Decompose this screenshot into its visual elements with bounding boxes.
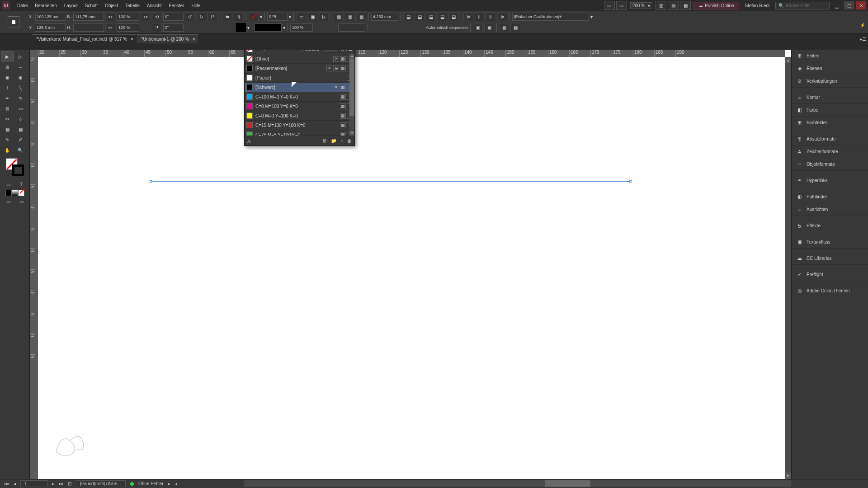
panel-objektformate[interactable]: □Objektformate (792, 158, 868, 171)
blank-field[interactable] (338, 23, 365, 32)
new-group-icon[interactable]: ⊞ (323, 138, 326, 143)
rotate-ccw-icon[interactable]: ↺ (185, 12, 195, 21)
dropdown-icon[interactable]: ▾ (283, 25, 285, 30)
corner-icon[interactable]: ⬓ (403, 12, 413, 21)
fill-swatch[interactable] (249, 12, 259, 21)
link-icon[interactable]: ⚯ (105, 23, 115, 32)
page-area[interactable] (38, 57, 785, 479)
eyedropper-tool[interactable]: ✐ (14, 135, 27, 145)
swatch-row[interactable]: C=100 M=0 Y=0 K=0▦▪ (245, 92, 354, 102)
scroll-down-icon[interactable]: ▾ (785, 473, 791, 479)
line-tool[interactable]: ╲ (14, 83, 27, 93)
num-field[interactable]: 4,233 mm (371, 13, 398, 21)
wrap-icon-3[interactable]: ▦ (356, 12, 366, 21)
line-handle-end[interactable] (629, 180, 632, 183)
menu-icon[interactable]: ▸☰ (860, 37, 866, 42)
publish-online-button[interactable]: ☁Publish Online (693, 2, 739, 9)
swatch-row[interactable]: C=75 M=5 Y=100 K=0▦▪ (245, 130, 354, 136)
link-icon-2[interactable]: ⚯ (141, 12, 151, 21)
panel-farbfelder[interactable]: ⊞Farbfelder (792, 117, 868, 129)
char-icon[interactable]: P (208, 12, 217, 21)
apply-color[interactable] (5, 190, 12, 196)
frame-icon-2[interactable]: ▭ (616, 1, 627, 10)
vertical-scrollbar[interactable]: ▴ ▾ (785, 57, 791, 479)
autofit-label[interactable]: Automatisch einpassen (426, 25, 468, 30)
menu-schrift[interactable]: Schrift (81, 1, 101, 10)
scale-y-field[interactable]: 100 % (117, 23, 139, 32)
menu-tabelle[interactable]: Tabelle (122, 1, 143, 10)
menu-datei[interactable]: Datei (14, 1, 31, 10)
content-tool2[interactable]: ◉ (14, 72, 27, 82)
fit-icon[interactable]: ▣ (473, 23, 483, 32)
open-icon[interactable]: ⊡ (68, 481, 71, 486)
panel-seiten[interactable]: ⊞Seiten (792, 50, 868, 62)
profile-field[interactable]: [Grundprofil] (Arbe... (76, 480, 126, 487)
swatch-row[interactable]: [Passermarken]✕⊕▦▪ (245, 64, 354, 73)
prev-page-icon[interactable]: ◂ (14, 481, 16, 486)
fill-proxy-icon[interactable] (246, 50, 253, 52)
apply-gradient[interactable] (12, 190, 18, 196)
align-icon4[interactable]: ⊫ (497, 12, 507, 21)
stroke-field[interactable]: 0 Pt (267, 13, 288, 21)
align-icon3[interactable]: ⊪ (486, 12, 496, 21)
rect-tool[interactable]: ▭ (14, 103, 27, 113)
opt-icon-2[interactable]: ▣ (307, 12, 317, 21)
text-proxy-icon[interactable]: T (264, 50, 266, 52)
delete-swatch-icon[interactable]: 🗑 (347, 138, 352, 143)
swatch-row[interactable]: C=0 M=0 Y=100 K=0▦▪ (245, 111, 354, 121)
scissors-tool[interactable]: ✂ (1, 114, 14, 124)
panel-menu-icon[interactable]: ▸☰ (346, 50, 353, 52)
scale-x-field[interactable]: 100 % (117, 13, 139, 21)
selection-tool[interactable]: ▶ (1, 52, 14, 61)
scroll-thumb[interactable] (349, 59, 354, 116)
transform-tool[interactable]: ⊹ (14, 114, 27, 124)
arrange-icon-3[interactable]: ▦ (680, 1, 691, 10)
tab-close-icon[interactable]: ✕ (130, 37, 134, 42)
content-tool[interactable]: ◉ (1, 72, 14, 82)
scroll-down-icon[interactable]: ▾ (349, 131, 354, 136)
gradient-tool[interactable]: ▦ (1, 124, 14, 134)
wrap-icon[interactable]: ▦ (334, 12, 344, 21)
align-icon[interactable]: ⊫ (463, 12, 473, 21)
ruler-origin[interactable] (30, 50, 38, 57)
rotate-cw-icon[interactable]: ↻ (196, 12, 206, 21)
scroll-up-icon[interactable]: ▴ (349, 54, 354, 59)
link-icon[interactable]: ⚯ (105, 12, 115, 21)
fx-icon[interactable]: fx (319, 12, 329, 21)
vertical-ruler[interactable]: 505050505050505 (30, 57, 38, 479)
flip-h-icon[interactable]: ⇋ (222, 12, 232, 21)
menu-hilfe[interactable]: Hilfe (188, 1, 204, 10)
view-mode2[interactable]: ▭ (15, 197, 28, 206)
canvas[interactable]: 2025303540455055606590951001051101151201… (30, 50, 791, 479)
shear-field[interactable]: 0° (163, 23, 184, 32)
page-field[interactable]: 1 (20, 480, 47, 487)
menu-fenster[interactable]: Fenster (165, 1, 188, 10)
menu-layout[interactable]: Layout (61, 1, 81, 10)
menu-bearbeiten[interactable]: Bearbeiten (31, 1, 60, 10)
logo-graphic[interactable] (47, 425, 92, 461)
line-handle-start[interactable] (150, 180, 152, 183)
direct-selection-tool[interactable]: ▷ (14, 52, 27, 61)
opt-icon[interactable]: ▭ (296, 12, 306, 21)
swatch-scrollbar[interactable]: ▴ ▾ (349, 54, 354, 136)
document-tab[interactable]: *Visitenkarte Muhsal_Final_rot.indd @ 31… (32, 34, 136, 43)
type-tool[interactable]: T (1, 83, 14, 93)
frame-icon[interactable]: ▭ (604, 1, 615, 10)
tint-field[interactable] (323, 50, 339, 52)
panel-verknüpfungen[interactable]: ⊘Verknüpfungen (792, 75, 868, 88)
prev-icon[interactable]: ◂ (175, 481, 177, 486)
scroll-up-icon[interactable]: ▴ (785, 57, 791, 63)
panel-farbe[interactable]: ◧Farbe (792, 104, 868, 117)
arrange-icon-2[interactable]: ▤ (668, 1, 679, 10)
dropdown-icon[interactable]: ▸ (168, 481, 170, 486)
panel-adobe color-themen[interactable]: ◎Adobe Color-Themen (792, 285, 868, 297)
menu-objekt[interactable]: Objekt (101, 1, 122, 10)
dropdown-icon[interactable]: ▾ (247, 25, 250, 30)
pct-field[interactable]: 100 % (290, 23, 313, 32)
new-folder-icon[interactable]: 📁 (331, 138, 336, 143)
panel-ebenen[interactable]: ◈Ebenen (792, 62, 868, 75)
dropdown-icon[interactable]: ▾ (590, 14, 593, 19)
gap-tool[interactable]: ↔ (14, 62, 27, 72)
corner-icon2[interactable]: ⬓ (415, 12, 425, 21)
w-field[interactable]: 111,75 mm (73, 13, 104, 21)
